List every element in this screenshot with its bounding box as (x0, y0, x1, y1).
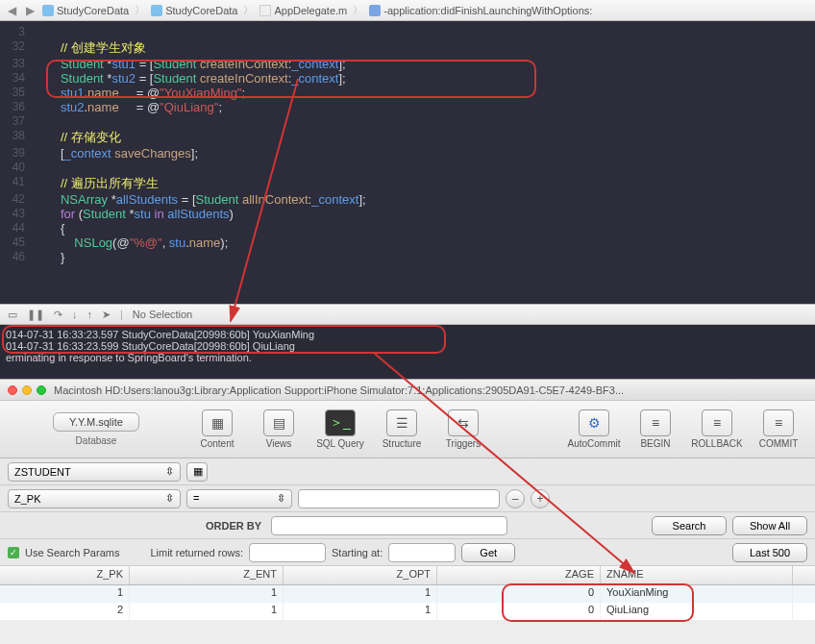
show-all-button[interactable]: Show All (732, 516, 807, 535)
step-out-icon[interactable]: ↑ (87, 309, 93, 320)
order-row: ORDER BY Search Show All (0, 512, 815, 539)
crumb-3[interactable]: -application:didFinishLaunchingWithOptio… (369, 5, 592, 16)
begin-icon: ≡ (640, 409, 671, 436)
col-pk[interactable]: Z_PK (0, 566, 130, 584)
sql-query-button[interactable]: ＞_SQL Query (313, 409, 367, 449)
method-icon (369, 5, 381, 16)
table-icon: ▦ (202, 409, 233, 436)
sqlite-browser-window: Macintosh HD:Users:lanou3g:Library:Appli… (0, 379, 815, 644)
breadcrumb-bar: ◀ ▶ StudyCoreData 〉 StudyCoreData 〉 AppD… (0, 0, 815, 21)
rollback-button[interactable]: ≡ROLLBACK (690, 409, 744, 449)
col-opt[interactable]: Z_OPT (284, 566, 437, 584)
col-age[interactable]: ZAGE (437, 566, 601, 584)
folder-icon (151, 5, 162, 16)
console-output[interactable]: 014-07-31 16:33:23.597 StudyCoreData[209… (0, 325, 815, 377)
get-button[interactable]: Get (461, 543, 515, 562)
starting-at-label: Starting at: (332, 547, 383, 558)
structure-icon: ☰ (386, 409, 417, 436)
code-editor[interactable]: 3 32 // 创建学生对象33 Student *stu1 = [Studen… (0, 21, 815, 304)
table-header: Z_PK Z_ENT Z_OPT ZAGE ZNAME (0, 566, 815, 585)
limit-rows-input[interactable] (249, 543, 326, 562)
views-icon: ▤ (263, 409, 294, 436)
console-toolbar: ▭ ❚❚ ↷ ↓ ↑ ➤ | No Selection (0, 304, 815, 325)
crumb-0[interactable]: StudyCoreData (42, 5, 129, 16)
table-row[interactable]: 1 1 1 0 YouXianMing (0, 585, 815, 603)
triggers-icon: ⇆ (448, 409, 479, 436)
nav-back-icon[interactable]: ◀ (6, 4, 18, 17)
commit-icon: ≡ (763, 409, 794, 436)
db-toolbar: Y.Y.M.sqlite Database ▦Content ▤Views ＞_… (0, 401, 815, 458)
chevron-updown-icon: ⇳ (165, 465, 174, 478)
folder-icon (42, 5, 54, 16)
operator-select[interactable]: =⇳ (186, 489, 292, 508)
minimize-icon[interactable] (22, 385, 32, 395)
starting-at-input[interactable] (388, 543, 456, 562)
views-button[interactable]: ▤Views (252, 409, 306, 449)
chevron-right-icon: 〉 (243, 3, 254, 17)
step-in-icon[interactable]: ↓ (72, 309, 78, 320)
crumb-2[interactable]: AppDelegate.m (259, 5, 347, 16)
triggers-button[interactable]: ⇆Triggers (436, 409, 490, 449)
table-select[interactable]: ZSTUDENT⇳ (8, 462, 181, 482)
zoom-icon[interactable] (37, 385, 46, 395)
hide-debug-icon[interactable]: ▭ (8, 309, 17, 321)
close-icon[interactable] (8, 385, 17, 395)
pause-icon[interactable]: ❚❚ (27, 309, 44, 321)
add-filter-button[interactable]: + (531, 489, 550, 508)
col-ent[interactable]: Z_ENT (130, 566, 284, 584)
grid-toggle[interactable]: ▦ (186, 462, 208, 482)
filter-value-input[interactable] (298, 489, 500, 508)
nav-fwd-icon[interactable]: ▶ (24, 4, 37, 17)
checkbox-icon[interactable]: ✓ (8, 547, 19, 558)
chevron-right-icon: 〉 (135, 3, 145, 17)
window-title: Macintosh HD:Users:lanou3g:Library:Appli… (54, 384, 624, 396)
filter-row-2: Z_PK⇳ =⇳ – + (0, 485, 815, 512)
col-name[interactable]: ZNAME (601, 566, 793, 584)
chevron-updown-icon: ⇳ (277, 492, 285, 506)
chevron-updown-icon: ⇳ (165, 492, 174, 505)
remove-filter-button[interactable]: – (506, 489, 525, 508)
traffic-lights (8, 385, 46, 395)
order-by-label: ORDER BY (8, 520, 265, 532)
order-by-input[interactable] (271, 516, 507, 535)
window-titlebar: Macintosh HD:Users:lanou3g:Library:Appli… (0, 380, 815, 401)
step-over-icon[interactable]: ↷ (54, 309, 62, 321)
database-file-button[interactable]: Y.Y.M.sqlite (53, 412, 139, 432)
commit-button[interactable]: ≡COMMIT (752, 409, 805, 449)
last-500-button[interactable]: Last 500 (732, 543, 807, 562)
crumb-1[interactable]: StudyCoreData (151, 5, 237, 16)
debug-selection: No Selection (133, 309, 192, 320)
autocommit-button[interactable]: ⚙AutoCommit (567, 409, 621, 449)
use-search-params-label: Use Search Params (25, 547, 119, 558)
gear-icon: ⚙ (579, 409, 609, 436)
terminal-icon: ＞_ (325, 409, 356, 436)
limit-rows-label: Limit returned rows: (150, 547, 243, 558)
search-button[interactable]: Search (652, 516, 727, 535)
filter-row-1: ZSTUDENT⇳ ▦ (0, 458, 815, 485)
structure-button[interactable]: ☰Structure (375, 409, 429, 449)
table-body: 1 1 1 0 YouXianMing 2 1 1 0 QiuLiang (0, 585, 815, 620)
rollback-icon: ≡ (702, 409, 732, 436)
chevron-right-icon: 〉 (353, 3, 363, 17)
location-icon[interactable]: ➤ (102, 309, 111, 321)
column-select[interactable]: Z_PK⇳ (8, 489, 181, 508)
file-icon (259, 5, 271, 16)
content-button[interactable]: ▦Content (190, 409, 244, 449)
table-row[interactable]: 2 1 1 0 QiuLiang (0, 603, 815, 620)
begin-button[interactable]: ≡BEGIN (629, 409, 682, 449)
params-row: ✓ Use Search Params Limit returned rows:… (0, 539, 815, 566)
database-label: Database (76, 435, 117, 446)
